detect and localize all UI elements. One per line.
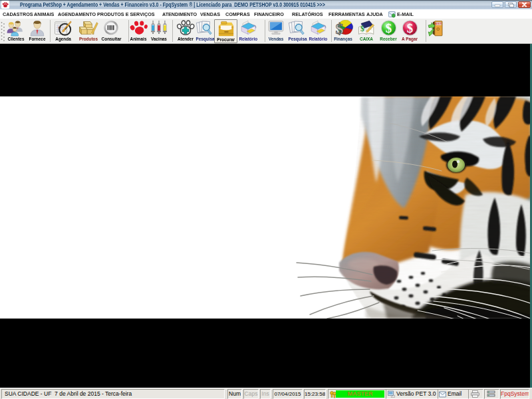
svg-text:$: $ xyxy=(385,21,391,35)
svg-text:EXIT: EXIT xyxy=(436,22,442,25)
svg-text:$: $ xyxy=(336,20,344,37)
svg-text:$: $ xyxy=(360,25,364,33)
svg-text:$: $ xyxy=(406,21,412,35)
